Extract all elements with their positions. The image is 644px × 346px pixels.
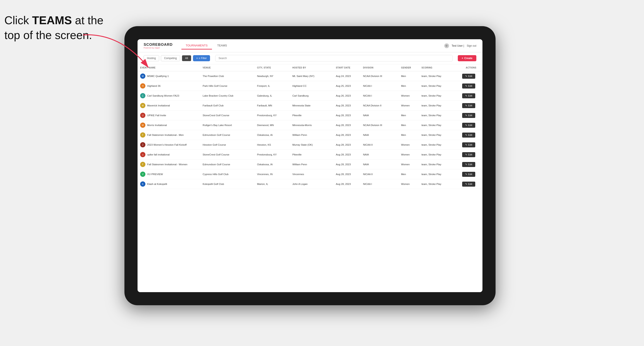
edit-label-10: Edit	[468, 173, 472, 175]
event-name-6: Fall Statesmen Invitational - Men	[147, 134, 184, 136]
cell-date-10: Aug 28, 2023	[333, 170, 360, 179]
cell-gender-7: Women	[398, 140, 419, 150]
edit-button-4[interactable]: ✎ Edit	[462, 113, 475, 118]
edit-button-5[interactable]: ✎ Edit	[462, 123, 475, 128]
cell-venue-10: Cypress Hills Golf Club	[200, 170, 254, 179]
cell-hosted-8: Pikeville	[290, 150, 333, 160]
gear-icon[interactable]: ⚙	[444, 43, 449, 48]
cell-event-10: V VU PREVIEW	[138, 170, 200, 179]
cell-scoring-0: team, Stroke Play	[419, 71, 460, 81]
event-icon-7: 2	[140, 142, 146, 147]
cell-event-11: K Klash at Kokopelli	[138, 179, 200, 189]
table-row: F Fall Statesmen Invitational - Men Edmu…	[138, 130, 482, 140]
search-input[interactable]	[215, 55, 452, 61]
cell-division-11: NICAA I	[360, 179, 398, 189]
edit-label-9: Edit	[468, 163, 472, 166]
cell-scoring-6: team, Stroke Play	[419, 130, 460, 140]
cell-hosted-9: William Penn	[290, 160, 333, 170]
cell-venue-4: StoneCrest Golf Course	[200, 111, 254, 120]
cell-division-4: NAIA	[360, 111, 398, 120]
edit-button-3[interactable]: ✎ Edit	[462, 103, 475, 108]
cell-actions-11: ✎ Edit	[460, 179, 482, 189]
cell-actions-0: ✎ Edit	[460, 71, 482, 81]
cell-city-1: Freeport, IL	[254, 81, 290, 91]
table-row: M Maverick Invitational Faribault Golf C…	[138, 101, 482, 111]
tablet-frame: SCOREBOARD Powered by clippit TOURNAMENT…	[124, 26, 496, 305]
cell-event-8: u upike fall invitational	[138, 150, 200, 160]
cell-venue-8: StoneCrest Golf Course	[200, 150, 254, 160]
cell-hosted-0: Mt. Saint Mary (NY)	[290, 71, 333, 81]
col-header-hosted: HOSTED BY	[290, 64, 333, 71]
cell-venue-9: Edmundson Golf Course	[200, 160, 254, 170]
edit-button-1[interactable]: ✎ Edit	[462, 83, 475, 89]
table-row: F Fall Statesmen Invitational - Women Ed…	[138, 160, 482, 170]
sign-out-link[interactable]: Sign out	[467, 44, 476, 47]
tab-tournaments[interactable]: TOURNAMENTS	[182, 42, 212, 49]
search-box	[215, 55, 452, 61]
all-button[interactable]: All	[182, 55, 191, 61]
table-row: H Highland 36 Park Hills Golf Course Fre…	[138, 81, 482, 91]
event-name-3: Maverick Invitational	[147, 104, 170, 107]
filter-button[interactable]: ≡ ≡ Filter	[193, 55, 210, 61]
cell-event-2: C Carl Sandburg Women FA23	[138, 91, 200, 101]
create-button[interactable]: + Create	[458, 55, 476, 61]
cell-venue-3: Faribault Golf Club	[200, 101, 254, 111]
edit-button-10[interactable]: ✎ Edit	[462, 172, 475, 177]
cell-gender-4: Men	[398, 111, 419, 120]
cell-actions-3: ✎ Edit	[460, 101, 482, 111]
cell-hosted-1: Highland CC	[290, 81, 333, 91]
cell-actions-1: ✎ Edit	[460, 81, 482, 91]
edit-icon-0: ✎	[465, 75, 467, 78]
cell-hosted-5: Minnesota-Morris	[290, 120, 333, 130]
cell-scoring-3: team, Stroke Play	[419, 101, 460, 111]
cell-gender-1: Men	[398, 81, 419, 91]
cell-hosted-10: Vincennes	[290, 170, 333, 179]
cell-division-1: NICAA I	[360, 81, 398, 91]
event-name-4: UPIKE Fall Invite	[147, 114, 166, 117]
cell-gender-6: Men	[398, 130, 419, 140]
cell-city-8: Prestonsburg, KY	[254, 150, 290, 160]
cell-date-11: Aug 28, 2023	[333, 179, 360, 189]
cell-date-0: Aug 24, 2023	[333, 71, 360, 81]
edit-button-8[interactable]: ✎ Edit	[462, 152, 475, 157]
edit-button-7[interactable]: ✎ Edit	[462, 142, 475, 147]
table-row: V VU PREVIEW Cypress Hills Golf Club Vin…	[138, 170, 482, 179]
event-name-8: upike fall invitational	[147, 153, 170, 156]
cell-date-1: Aug 25, 2023	[333, 81, 360, 91]
cell-date-2: Aug 26, 2023	[333, 91, 360, 101]
event-icon-8: u	[140, 152, 146, 157]
event-icon-2: C	[140, 93, 146, 98]
filter-icon: ≡	[196, 57, 198, 60]
col-header-city: CITY, STATE	[254, 64, 290, 71]
cell-event-5: M Morris Invitational	[138, 120, 200, 130]
table-row: 2 2023 Women's Hesston Fall Kickoff Hess…	[138, 140, 482, 150]
cell-division-3: NCAA Division II	[360, 101, 398, 111]
edit-button-6[interactable]: ✎ Edit	[462, 133, 475, 138]
edit-icon-4: ✎	[465, 114, 467, 117]
cell-scoring-11: team, Stroke Play	[419, 179, 460, 189]
cell-date-3: Aug 28, 2023	[333, 101, 360, 111]
edit-icon-7: ✎	[465, 144, 467, 146]
cell-scoring-10: team, Stroke Play	[419, 170, 460, 179]
table-row: C Carl Sandburg Women FA23 Lake Bracken …	[138, 91, 482, 101]
cell-hosted-2: Carl Sandburg	[290, 91, 333, 101]
create-label: Create	[464, 57, 472, 60]
cell-gender-11: Women	[398, 179, 419, 189]
edit-button-11[interactable]: ✎ Edit	[462, 181, 475, 187]
cell-gender-2: Women	[398, 91, 419, 101]
cell-scoring-8: team, Stroke Play	[419, 150, 460, 160]
cell-city-0: Newburgh, NY	[254, 71, 290, 81]
cell-city-5: Deerwood, MN	[254, 120, 290, 130]
cell-event-7: 2 2023 Women's Hesston Fall Kickoff	[138, 140, 200, 150]
cell-city-7: Hesston, KS	[254, 140, 290, 150]
edit-button-0[interactable]: ✎ Edit	[462, 74, 475, 79]
tournaments-table: EVENT NAME VENUE CITY, STATE HOSTED BY S…	[138, 64, 482, 189]
cell-division-8: NAIA	[360, 150, 398, 160]
create-plus-icon: +	[462, 57, 463, 60]
edit-button-9[interactable]: ✎ Edit	[462, 162, 475, 167]
cell-city-3: Faribault, MN	[254, 101, 290, 111]
edit-button-2[interactable]: ✎ Edit	[462, 93, 475, 98]
cell-gender-8: Women	[398, 150, 419, 160]
cell-event-9: F Fall Statesmen Invitational - Women	[138, 160, 200, 170]
tab-teams[interactable]: TEAMS	[213, 42, 232, 49]
